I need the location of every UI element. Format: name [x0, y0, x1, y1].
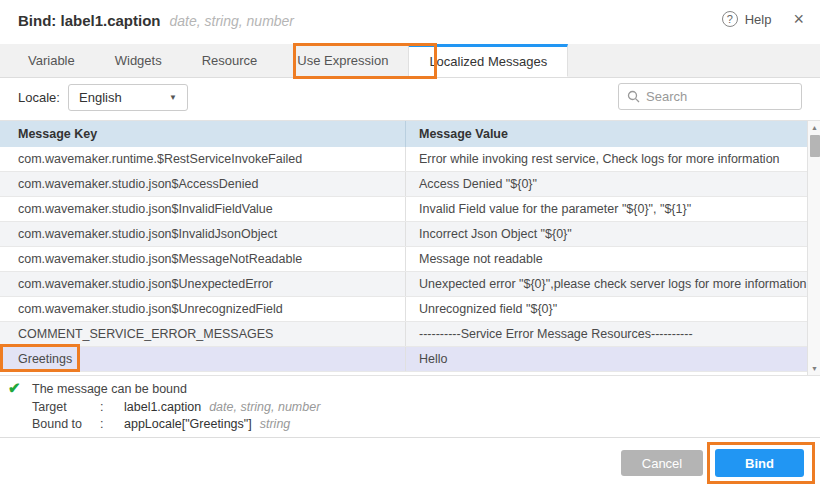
search-box: [618, 83, 802, 110]
scrollbar-up-icon[interactable]: ▲: [808, 124, 820, 131]
message-value-cell[interactable]: Error while invoking rest service, Check…: [405, 147, 807, 171]
message-key-cell[interactable]: com.wavemaker.studio.json$InvalidJsonObj…: [0, 222, 405, 246]
message-key-cell[interactable]: com.wavemaker.runtime.$RestServiceInvoke…: [0, 147, 405, 171]
search-icon: [627, 90, 640, 103]
message-value-cell[interactable]: Message not readable: [405, 247, 807, 271]
table-row[interactable]: com.wavemaker.studio.json$MessageNotRead…: [0, 247, 807, 272]
message-value-cell[interactable]: Unrecognized field "${0}": [405, 297, 807, 321]
table-row[interactable]: com.wavemaker.studio.json$InvalidFieldVa…: [0, 197, 807, 222]
tab-localized-messages[interactable]: Localized Messages: [408, 44, 568, 77]
bind-button[interactable]: Bind: [715, 449, 804, 477]
status-message-line: The message can be bound: [32, 381, 320, 399]
bound-to-type: string: [260, 416, 291, 434]
message-key-cell[interactable]: com.wavemaker.studio.json$InvalidFieldVa…: [0, 197, 405, 221]
table-row[interactable]: com.wavemaker.studio.json$InvalidJsonObj…: [0, 222, 807, 247]
tab-widgets[interactable]: Widgets: [95, 44, 182, 77]
table-row[interactable]: com.wavemaker.studio.json$UnexpectedErro…: [0, 272, 807, 297]
tab-bar: VariableWidgetsResourceUse ExpressionLoc…: [0, 44, 820, 78]
binding-status: The message can be bound Target : label1…: [32, 381, 320, 434]
table-row[interactable]: com.wavemaker.studio.json$UnrecognizedFi…: [0, 297, 807, 322]
message-value-cell[interactable]: Hello: [405, 347, 807, 371]
help-link[interactable]: Help: [745, 12, 772, 27]
footer-divider: [0, 437, 820, 438]
locale-selected-value: English: [79, 90, 122, 105]
bound-to-colon: :: [100, 416, 124, 434]
table-row[interactable]: COMMENT_SERVICE_ERROR_MESSAGES----------…: [0, 322, 807, 347]
locale-select[interactable]: English ▼: [68, 84, 188, 111]
message-key-cell[interactable]: com.wavemaker.studio.json$UnexpectedErro…: [0, 272, 405, 296]
message-value-cell[interactable]: Incorrect Json Object "${0}": [405, 222, 807, 246]
bound-to-value: appLocale["Greetings"]: [124, 416, 252, 434]
tab-variable[interactable]: Variable: [8, 44, 95, 77]
status-bound-line: Bound to : appLocale["Greetings"] string: [32, 416, 320, 434]
table-row[interactable]: com.wavemaker.runtime.$RestServiceInvoke…: [0, 147, 807, 172]
message-value-cell[interactable]: ----------Service Error Message Resource…: [405, 322, 807, 346]
message-table-body: com.wavemaker.runtime.$RestServiceInvoke…: [0, 147, 807, 372]
bind-dialog: Bind: label1.captiondate, string, number…: [0, 0, 820, 486]
target-label: Target: [32, 399, 100, 417]
status-target-line: Target : label1.caption date, string, nu…: [32, 399, 320, 417]
tab-use-expression[interactable]: Use Expression: [277, 44, 408, 77]
message-key-cell[interactable]: com.wavemaker.studio.json$AccessDenied: [0, 172, 405, 196]
column-header-message-value[interactable]: Message Value: [405, 121, 807, 147]
messages-table: Message Key Message Value com.wavemaker.…: [0, 120, 820, 376]
table-scrollbar[interactable]: ▲ ▼: [807, 121, 820, 375]
message-value-cell[interactable]: Unexpected error "${0}",please check ser…: [405, 272, 807, 296]
help-icon[interactable]: ?: [722, 11, 738, 27]
message-value-cell[interactable]: Access Denied "${0}": [405, 172, 807, 196]
dialog-title: Bind: label1.captiondate, string, number: [18, 12, 294, 29]
status-message: The message can be bound: [32, 381, 187, 399]
locale-label: Locale:: [18, 90, 60, 105]
target-colon: :: [100, 399, 124, 417]
message-key-cell[interactable]: com.wavemaker.studio.json$UnrecognizedFi…: [0, 297, 405, 321]
dialog-title-text: Bind: label1.caption: [18, 12, 161, 29]
header-actions: ? Help ×: [722, 11, 804, 27]
scrollbar-down-icon[interactable]: ▼: [808, 365, 820, 372]
close-icon[interactable]: ×: [793, 11, 804, 27]
scrollbar-thumb[interactable]: [810, 135, 820, 157]
search-input[interactable]: [646, 89, 793, 104]
message-key-cell[interactable]: Greetings: [0, 347, 405, 371]
message-key-cell[interactable]: com.wavemaker.studio.json$MessageNotRead…: [0, 247, 405, 271]
dialog-title-types: date, string, number: [170, 13, 295, 29]
success-check-icon: ✔: [8, 379, 21, 397]
table-row[interactable]: com.wavemaker.studio.json$AccessDeniedAc…: [0, 172, 807, 197]
target-value: label1.caption: [124, 399, 201, 417]
messages-table-main: Message Key Message Value com.wavemaker.…: [0, 121, 807, 375]
chevron-down-icon: ▼: [169, 93, 177, 102]
message-value-cell[interactable]: Invalid Field value for the parameter "$…: [405, 197, 807, 221]
target-type: date, string, number: [209, 399, 320, 417]
tab-resource[interactable]: Resource: [182, 44, 278, 77]
table-header-row: Message Key Message Value: [0, 121, 807, 147]
bound-to-label: Bound to: [32, 416, 100, 434]
table-row[interactable]: GreetingsHello: [0, 347, 807, 372]
cancel-button[interactable]: Cancel: [621, 450, 703, 476]
column-header-message-key[interactable]: Message Key: [0, 121, 405, 147]
message-key-cell[interactable]: COMMENT_SERVICE_ERROR_MESSAGES: [0, 322, 405, 346]
